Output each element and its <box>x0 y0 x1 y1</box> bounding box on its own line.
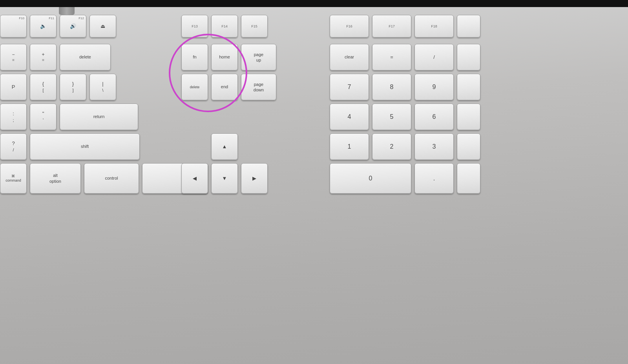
key-bracket-open[interactable]: {[ <box>30 74 57 100</box>
key-home[interactable]: home <box>211 44 238 71</box>
key-num9[interactable]: 9 <box>414 74 454 100</box>
key-num8[interactable]: 8 <box>372 74 411 100</box>
key-f15[interactable]: F15 <box>241 15 268 38</box>
key-arrow-right[interactable]: ▶ <box>241 163 268 194</box>
key-p[interactable]: P <box>0 74 27 100</box>
key-f18[interactable]: F18 <box>414 15 454 38</box>
key-num5[interactable]: 5 <box>372 104 411 130</box>
key-fn[interactable]: fn <box>181 44 208 71</box>
key-minus[interactable]: −= <box>0 44 27 71</box>
key-question[interactable]: ?/ <box>0 133 27 160</box>
key-numpad-partial[interactable] <box>457 44 480 71</box>
key-arrow-left[interactable]: ◀ <box>181 163 208 194</box>
key-arrow-down[interactable]: ▼ <box>211 163 238 194</box>
key-num4[interactable]: 4 <box>330 104 369 130</box>
cable <box>59 7 75 15</box>
key-end[interactable]: end <box>211 74 238 100</box>
key-delete[interactable]: delete <box>60 44 111 71</box>
key-clear[interactable]: clear <box>330 44 369 71</box>
key-f17[interactable]: F17 <box>372 15 411 38</box>
key-f10[interactable]: F10 <box>0 15 27 38</box>
key-quote[interactable]: "' <box>30 104 57 130</box>
top-bar <box>0 0 628 7</box>
key-numpad-slash[interactable]: / <box>414 44 454 71</box>
key-numpad-dot[interactable]: . <box>414 163 454 194</box>
key-num2[interactable]: 2 <box>372 133 411 160</box>
key-num0[interactable]: 0 <box>330 163 411 194</box>
key-arrow-up[interactable]: ▲ <box>211 133 238 160</box>
key-numpad-partial3[interactable] <box>457 104 480 130</box>
key-page-up[interactable]: pageup <box>241 44 276 71</box>
key-num6[interactable]: 6 <box>414 104 454 130</box>
key-control[interactable]: control <box>84 163 139 194</box>
key-f13[interactable]: F13 <box>181 15 208 38</box>
key-semicolon[interactable]: :; <box>0 104 27 130</box>
key-numpad-equals[interactable]: = <box>372 44 411 71</box>
key-f16[interactable]: F16 <box>330 15 369 38</box>
key-page-down[interactable]: pagedown <box>241 74 276 100</box>
key-numpad-partial4[interactable] <box>457 133 480 160</box>
key-eject[interactable]: ⏏ <box>89 15 116 38</box>
keyboard-body: F10 🔈 F11 🔊 F12 ⏏ F13 F14 F15 F16 <box>0 7 628 364</box>
key-return[interactable]: return <box>60 104 138 130</box>
keyboard-photo: F10 🔈 F11 🔊 F12 ⏏ F13 F14 F15 F16 <box>0 0 628 364</box>
key-numpad-partial2[interactable] <box>457 74 480 100</box>
key-f12[interactable]: 🔊 F12 <box>60 15 86 38</box>
key-numpad-partial5[interactable] <box>457 163 480 194</box>
key-alt-option[interactable]: altoption <box>30 163 81 194</box>
key-f19[interactable] <box>457 15 480 38</box>
key-shift[interactable]: shift <box>30 133 140 160</box>
key-f11[interactable]: 🔈 F11 <box>30 15 57 38</box>
key-plus-equals[interactable]: += <box>30 44 57 71</box>
key-f14[interactable]: F14 <box>211 15 238 38</box>
key-num3[interactable]: 3 <box>414 133 454 160</box>
key-command[interactable]: ⌘command <box>0 163 27 194</box>
key-pipe[interactable]: |\ <box>89 74 116 100</box>
key-delete-forward[interactable]: delete <box>181 74 208 100</box>
key-num1[interactable]: 1 <box>330 133 369 160</box>
key-bracket-close[interactable]: }] <box>60 74 86 100</box>
key-num7[interactable]: 7 <box>330 74 369 100</box>
